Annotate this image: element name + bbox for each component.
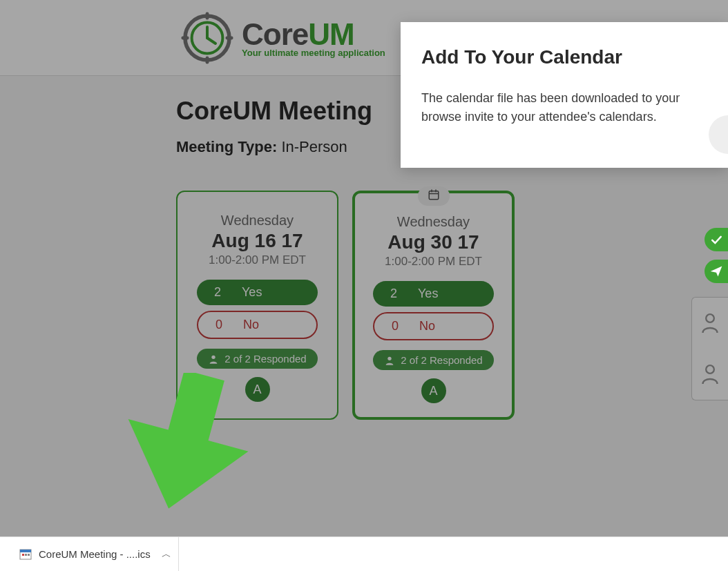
- download-filename: CoreUM Meeting - ....ics: [39, 548, 151, 560]
- popup-title: Add To Your Calendar: [421, 46, 707, 68]
- svg-rect-20: [28, 554, 30, 556]
- yes-vote-pill[interactable]: 2 Yes: [197, 280, 318, 305]
- svg-point-15: [706, 365, 714, 374]
- yes-label: Yes: [418, 287, 438, 301]
- responded-pill: 2 of 2 Responded: [373, 350, 493, 370]
- person-icon: [384, 355, 395, 366]
- check-icon: [709, 233, 723, 246]
- svg-rect-18: [22, 554, 24, 556]
- ics-file-icon: [19, 548, 32, 561]
- svg-rect-17: [20, 550, 31, 552]
- day-name: Wednesday: [365, 214, 501, 230]
- day-name: Wednesday: [188, 213, 327, 229]
- logo-tagline: Your ultimate meeting application: [242, 48, 385, 58]
- popup-button[interactable]: [709, 115, 728, 154]
- confirm-button[interactable]: [705, 228, 728, 251]
- date-text: Aug 30 17: [365, 231, 501, 253]
- tutorial-arrow: [117, 373, 256, 521]
- no-label: No: [419, 319, 435, 333]
- no-vote-pill[interactable]: 0 No: [373, 312, 494, 340]
- logo: CoreUM Your ultimate meeting application: [180, 10, 385, 66]
- responded-text: 2 of 2 Responded: [401, 354, 482, 366]
- yes-vote-pill[interactable]: 2 Yes: [373, 281, 494, 307]
- date-card-selected[interactable]: Wednesday Aug 30 17 1:00-2:00 PM EDT 2 Y…: [352, 191, 515, 420]
- svg-point-13: [388, 356, 392, 360]
- svg-line-3: [207, 38, 215, 43]
- yes-count: 2: [390, 287, 397, 301]
- arrow-down-icon: [117, 373, 256, 518]
- meeting-type-label: Meeting Type:: [176, 138, 277, 155]
- attendee-panel: [691, 297, 728, 400]
- no-label: No: [243, 318, 259, 332]
- responded-text: 2 of 2 Responded: [224, 353, 306, 365]
- date-cards-container: Wednesday Aug 16 17 1:00-2:00 PM EDT 2 Y…: [176, 191, 728, 420]
- calendar-icon: [428, 188, 440, 201]
- yes-label: Yes: [242, 285, 262, 300]
- no-count: 0: [392, 319, 399, 333]
- responded-pill: 2 of 2 Responded: [197, 349, 317, 369]
- date-text: Aug 16 17: [188, 230, 327, 252]
- time-text: 1:00-2:00 PM EDT: [188, 253, 327, 267]
- meeting-type-value: In-Person: [281, 138, 347, 155]
- svg-rect-9: [429, 191, 439, 200]
- download-item[interactable]: CoreUM Meeting - ....ics ︿: [12, 537, 179, 571]
- send-button[interactable]: [705, 260, 728, 283]
- time-text: 1:00-2:00 PM EDT: [365, 255, 501, 269]
- svg-point-8: [212, 355, 215, 358]
- no-vote-pill[interactable]: 0 No: [197, 311, 318, 339]
- no-count: 0: [215, 318, 222, 332]
- clock-logo-icon: [180, 10, 235, 66]
- svg-rect-19: [25, 554, 27, 556]
- person-icon: [208, 354, 219, 365]
- yes-count: 2: [214, 285, 221, 300]
- person-icon: [700, 362, 720, 386]
- popup-body: The calendar file has been downloaded to…: [421, 89, 707, 126]
- chevron-up-icon[interactable]: ︿: [162, 548, 171, 561]
- send-icon: [709, 264, 723, 278]
- svg-point-14: [706, 314, 714, 322]
- calendar-badge[interactable]: [418, 186, 450, 206]
- logo-title: CoreUM: [242, 17, 385, 52]
- person-icon: [700, 311, 720, 335]
- side-action-buttons: [705, 228, 728, 283]
- avatar: A: [421, 378, 446, 403]
- calendar-popup: Add To Your Calendar The calendar file h…: [401, 22, 728, 168]
- download-bar: CoreUM Meeting - ....ics ︿: [0, 536, 728, 571]
